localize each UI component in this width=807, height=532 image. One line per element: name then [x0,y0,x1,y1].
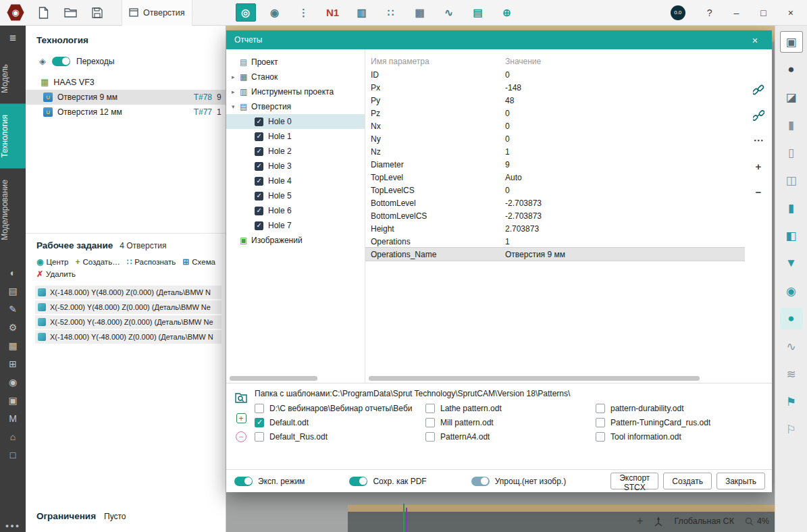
tree-item[interactable]: ▸ ▦ Станок [226,70,365,84]
scroll-thumb[interactable] [369,376,700,381]
template-checkbox[interactable] [255,418,264,427]
template-checkbox[interactable] [596,404,605,413]
worktask-item[interactable]: X(-148.000) Y(48.000) Z(0.000) (Деталь\B… [35,286,222,299]
tree-checkbox[interactable] [255,192,263,201]
inspect-icon[interactable]: ◉ [265,3,285,22]
wave-icon[interactable]: ≋ [780,363,803,385]
param-row[interactable]: Py 48 [365,94,745,107]
param-row[interactable]: BottomLevelCS -2.703873 [365,209,745,222]
remove-icon[interactable]: − [750,184,766,199]
template-checkbox[interactable] [596,418,605,427]
link-icon[interactable] [750,82,766,97]
worktask-item[interactable]: X(-52.000) Y(48.000) Z(0.000) (Деталь\BM… [35,300,222,314]
project-structure-icon[interactable]: ⋮ [294,3,314,22]
param-row[interactable]: ID 0 [365,68,745,81]
tree-checkbox[interactable] [255,162,263,171]
more-icon[interactable]: ⋯ [750,133,766,148]
transitions-toggle[interactable] [52,57,70,66]
param-row[interactable]: Nx 0 [365,119,745,132]
rail-tab[interactable]: Технология [0,104,26,169]
add-icon[interactable]: + [750,159,766,174]
tree-item[interactable]: Hole 7 [226,218,365,233]
param-row[interactable]: Nz 1 [365,145,745,158]
close-button[interactable]: × [788,7,793,18]
halfsphere-icon[interactable]: ◐ [10,268,16,277]
param-row[interactable]: Height 2.703873 [365,222,745,235]
dialog-titlebar[interactable]: Отчеты × [226,30,772,49]
add-template-icon[interactable]: + [236,413,246,423]
save-as-pdf-toggle[interactable]: Сохр. как PDF [349,477,426,486]
machine-node[interactable]: ▦ HAAS VF3 [26,73,226,90]
operation-row[interactable]: ∪ Отверстия 9 мм T#78 9 [26,90,226,105]
template-checkbox[interactable] [425,418,435,427]
tree-item[interactable]: Hole 3 [226,159,365,174]
toggle-switch[interactable] [234,477,253,486]
chevron-icon[interactable]: ▾ [232,103,240,110]
edit-icon[interactable]: ✎ [9,304,17,314]
rail-tab[interactable]: Моделирование [0,169,26,251]
tree-checkbox[interactable] [255,117,263,126]
minimize-button[interactable]: – [734,7,739,18]
flag-icon[interactable]: ⚑ [780,391,803,413]
globe-icon[interactable]: ⊕ [497,3,517,22]
hamburger-menu-icon[interactable]: ≡ [9,26,16,53]
template-item[interactable]: Pattern-TuningCard_rus.odt [596,418,764,427]
param-row[interactable]: TopLevelCS 0 [365,184,745,196]
template-item[interactable]: Lathe pattern.odt [425,404,596,413]
save-icon[interactable] [88,3,107,22]
simplified-toggle[interactable]: Упрощ.(нет изобр.) [471,477,567,486]
toggle-switch[interactable] [471,477,490,486]
tree-checkbox[interactable] [255,132,263,141]
zoom-control[interactable]: 4% [745,516,769,526]
fixture-icon[interactable]: ▦ [8,341,17,350]
template-checkbox[interactable] [255,432,264,442]
table-hscrollbar[interactable] [365,374,745,383]
gear-icon[interactable]: ⚙ [9,323,18,332]
pennant-icon[interactable]: ⚐ [780,419,803,440]
tree-item[interactable]: Hole 6 [226,203,365,218]
stack-icon[interactable]: ▤ [468,3,488,22]
template-item[interactable]: Mill pattern.odt [425,418,596,427]
tree-checkbox[interactable] [255,207,263,215]
printer-icon[interactable]: ▤ [8,286,17,296]
export-mode-toggle[interactable]: Эксп. режим [234,477,305,486]
open-folder-icon[interactable] [61,3,80,22]
create-button[interactable]: + Создать… [75,257,120,267]
param-row[interactable]: Operations 1 [365,235,745,248]
cube-icon[interactable]: ▣ [8,396,17,405]
stock-cylinder-icon[interactable]: ▮ [780,114,803,136]
tool-cylinder-icon[interactable]: ▮ [780,197,803,219]
wireframe-box-icon[interactable]: ▣ [780,31,803,53]
dialog-close-button[interactable]: × [746,34,764,46]
tree-item[interactable]: ▸ ▥ Инструменты проекта [226,84,365,99]
unlink-icon[interactable] [750,107,766,122]
sphere-icon[interactable]: ● [780,59,803,80]
template-checkbox[interactable] [255,404,264,413]
center-point-icon[interactable]: ● [780,308,803,329]
tree-checkbox[interactable] [255,177,263,186]
template-item[interactable]: D:\С вебинаров\Вебинар отчеты\Веби [255,404,425,413]
worktask-item[interactable]: X(-52.000) Y(-48.000) Z(0.000) (Деталь\B… [35,315,222,329]
tool-list-icon[interactable]: ∷ [381,3,401,22]
drill-icon[interactable]: ▼ [780,252,803,274]
probe-icon[interactable]: ◉ [9,377,17,387]
tree-item[interactable]: Hole 2 [226,144,365,159]
create-report-button[interactable]: Создать [663,473,712,489]
param-row[interactable]: TopLevel Auto [365,171,745,184]
wave-icon[interactable]: ∿ [439,3,459,22]
param-row[interactable]: Pz 0 [365,107,745,119]
delete-button[interactable]: ✗ Удалить [36,269,76,279]
rail-tab[interactable]: Модель [0,53,26,104]
tree-hscrollbar[interactable] [226,374,365,383]
template-checkbox[interactable] [596,432,605,442]
tool-step-icon[interactable]: ◧ [780,225,803,246]
tree-item[interactable]: Hole 1 [226,129,365,144]
operation-row[interactable]: ∪ Отверстия 12 мм T#77 1 [26,105,226,119]
param-row[interactable]: Ny 0 [365,132,745,145]
rail-overflow-icon[interactable]: ●●● [5,523,20,532]
template-item[interactable]: Tool information.odt [596,432,764,442]
export-stcx-button[interactable]: Экспорт STCX [610,473,658,489]
worktask-item[interactable]: X(-148.000) Y(-48.000) Z(0.000) (Деталь\… [35,330,222,344]
recognize-button[interactable]: ∷ Распознать [127,257,176,267]
toggle-switch[interactable] [349,477,367,486]
